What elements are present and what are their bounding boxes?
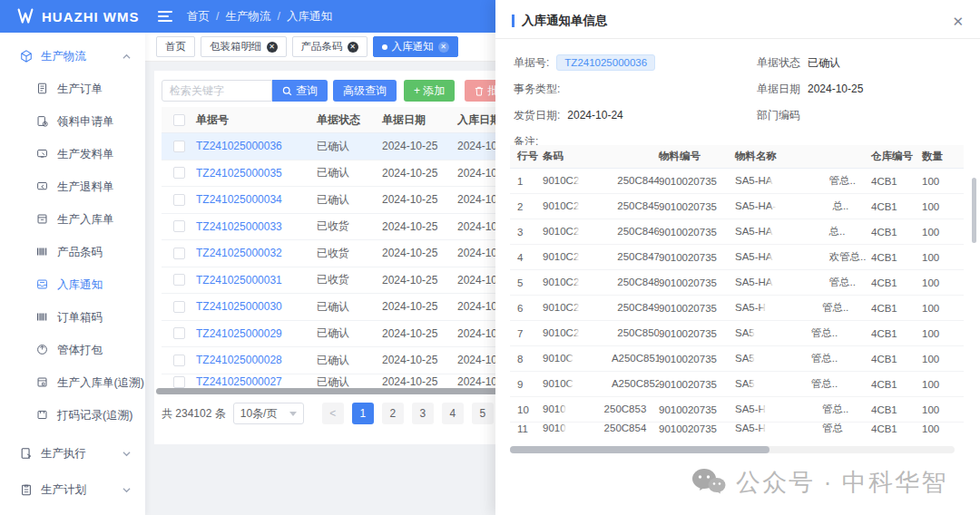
detail-row[interactable]: 6 9010C2250C849 9010020735 SA5-H管总.. 4CB… [510,296,964,321]
doc-no-link[interactable]: TZ241025000036 [196,140,317,152]
redacted-area [766,423,822,433]
detail-row[interactable]: 9 9010CA250C852 9010020735 SA5管总.. 4CB1 … [510,372,964,397]
tab-home[interactable]: 首页 [156,36,195,57]
doc-no-link[interactable]: TZ241025000028 [196,354,317,366]
sidebar-section-production-plan[interactable]: 生产计划 [0,473,145,506]
sidebar-item-inbound-notice[interactable]: 入库通知 [0,268,145,301]
page-button-4[interactable]: 4 [442,403,464,424]
sidebar: 生产物流 生产订单 领料申请单 生产发料单 生产退料单 生产入库单 产品条码 入… [0,33,145,515]
sidebar-item-production-order[interactable]: 生产订单 [0,73,145,105]
detail-row[interactable]: 3 9010C2250C846 9010020735 SA5-HA总.. 4CB… [510,219,964,245]
redacted-area [773,252,829,262]
active-dot-icon [382,44,387,50]
sidebar-item-pipe-packing[interactable]: 管体打包 [0,334,145,366]
menu-toggle-icon[interactable] [158,11,172,22]
watermark: 公众号 · 中科华智 [691,466,947,499]
redacted-area [755,328,811,338]
sidebar-item-order-box-code[interactable]: 订单箱码 [0,301,145,334]
doc-no-link[interactable]: TZ241025000035 [196,167,317,180]
sidebar-section-production-logistics[interactable]: 生产物流 [0,40,145,73]
barcode-icon [36,246,49,258]
doc-no-link[interactable]: TZ241025000031 [196,274,317,287]
sidebar-section-production-execution[interactable]: 生产执行 [0,437,145,470]
page-button-2[interactable]: 2 [382,403,404,424]
close-icon[interactable]: ✕ [952,15,964,28]
clipboard-icon [36,115,49,128]
chevron-down-icon [122,486,131,494]
record-icon [36,409,49,422]
barcode-icon [36,311,49,324]
tab-inbound-notice[interactable]: 入库通知 ✕ [373,36,458,57]
drawer-header: 入库通知单信息 ✕ [495,0,980,38]
row-checkbox[interactable] [173,141,185,152]
row-checkbox[interactable] [173,220,185,232]
detail-row[interactable]: 7 9010C2250C850 9010020735 SA5管总.. 4CB1 … [510,321,964,346]
page-button-3[interactable]: 3 [412,403,434,424]
sidebar-item-picking-request[interactable]: 领料申请单 [0,105,145,138]
sidebar-item-production-inbound[interactable]: 生产入库单 [0,203,145,236]
close-icon[interactable]: ✕ [438,42,449,53]
horizontal-scrollbar[interactable] [156,388,499,394]
sidebar-item-material-issue[interactable]: 生产发料单 [0,138,145,170]
doc-no-link[interactable]: TZ241025000029 [196,327,317,340]
row-checkbox[interactable] [173,355,185,366]
sidebar-item-material-return[interactable]: 生产退料单 [0,170,145,203]
total-count: 共 234102 条 [162,406,226,422]
sidebar-item-marking-record-trace[interactable]: 打码记录(追溯) [0,399,145,432]
redacted-area [566,405,604,415]
chevron-up-icon [122,53,131,61]
redacted-area [755,379,811,389]
breadcrumb-section[interactable]: 生产物流 [225,9,270,24]
ship-date-value: 2024-10-24 [567,109,622,121]
doc-no-link[interactable]: TZ241025000032 [196,247,317,259]
page-size-select[interactable]: 10条/页 [233,403,304,424]
add-button[interactable]: + 添加 [404,80,455,102]
chevron-down-icon [122,450,131,458]
detail-row[interactable]: 1 9010C2250C844 9010020735 SA5-HA管总.. 4C… [510,169,964,194]
row-checkbox[interactable] [173,167,185,179]
doc-no-link[interactable]: TZ241025000033 [196,220,317,233]
query-button[interactable]: 查询 [272,80,328,102]
detail-vertical-scrollbar[interactable] [972,178,976,243]
advanced-query-button[interactable]: 高级查询 [333,80,397,102]
breadcrumb-home[interactable]: 首页 [187,9,210,24]
detail-row[interactable]: 8 9010CA250C851 9010020735 SA5管总.. 4CB1 … [510,346,964,372]
detail-row-clipped[interactable]: 11 9010250C854 9010020735 SA5-H管总 4CB1 1… [510,423,964,434]
search-icon [282,86,292,96]
search-toolbar: 查询 高级查询 + 添加 批量删除 [162,80,541,102]
detail-row[interactable]: 10 9010250C853 9010020735 SA5-H管总.. 4CB1… [510,397,964,423]
breadcrumb: 首页 / 生产物流 / 入库通知 [187,9,332,24]
detail-header-row: 行号 条码 物料编号 物料名称 仓库编号 数量 [510,145,964,169]
tab-product-barcode[interactable]: 产品条码 ✕ [292,36,368,57]
prev-page-button[interactable]: < [322,403,344,424]
sidebar-item-product-barcode[interactable]: 产品条码 [0,236,145,268]
row-checkbox[interactable] [173,327,185,339]
redacted-area [579,304,617,314]
close-icon[interactable]: ✕ [267,42,278,53]
doc-no-link[interactable]: TZ241025000034 [196,193,317,206]
detail-row[interactable]: 5 9010C2250C848 9010020735 SA5-HA管总.. 4C… [510,270,964,296]
page-button-5[interactable]: 5 [472,403,494,424]
detail-row[interactable]: 2 9010C2250C845 9010020735 SA5-HA-总.. 4C… [510,194,964,219]
sidebar-item-inbound-trace[interactable]: 生产入库单(追溯) [0,366,145,399]
brand-logo: HUAZHI WMS [0,0,145,33]
close-icon[interactable]: ✕ [348,42,358,53]
doc-no-link[interactable]: TZ241025000030 [196,300,317,313]
redacted-area [579,278,617,288]
doc-no-tag[interactable]: TZ241025000036 [556,54,655,71]
brand-name: HUAZHI WMS [42,9,140,24]
chevron-down-icon [289,412,297,416]
row-checkbox[interactable] [173,194,185,206]
search-input[interactable] [162,80,272,102]
select-all-checkbox[interactable] [173,114,185,126]
doc-no-link[interactable]: TZ241025000027 [196,375,317,388]
box-trace-icon [36,376,49,389]
row-checkbox[interactable] [173,376,185,388]
detail-horizontal-scrollbar[interactable] [510,446,955,453]
page-button-1[interactable]: 1 [352,403,374,424]
row-checkbox[interactable] [173,248,185,259]
row-checkbox[interactable] [173,274,185,286]
detail-row[interactable]: 4 9010C2250C847 9010020735 SA5-HA欢管总.. 4… [510,245,964,270]
tab-packing-box-detail[interactable]: 包装箱明细 ✕ [201,36,287,57]
row-checkbox[interactable] [173,301,185,313]
